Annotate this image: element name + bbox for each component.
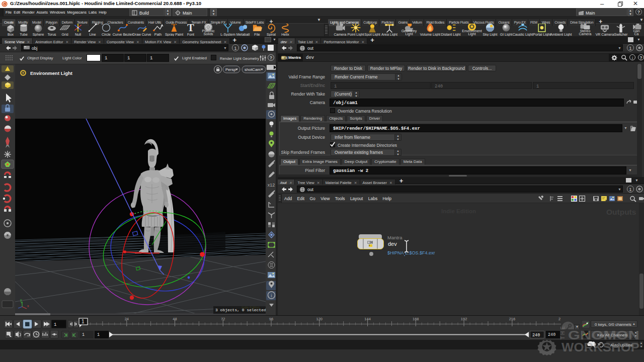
- svg-text:x12: x12: [268, 183, 275, 188]
- svg-text:Sphere: Sphere: [33, 33, 44, 37]
- svg-text:Box: Box: [8, 33, 14, 36]
- svg-text:192: 192: [461, 317, 467, 321]
- svg-text:Solids: Solids: [203, 32, 213, 36]
- svg-text:i: i: [271, 293, 272, 298]
- svg-text:Switcher: Switcher: [614, 33, 628, 36]
- svg-text:Tube: Tube: [20, 33, 28, 36]
- svg-text:WORKSHOP: WORKSHOP: [561, 341, 639, 354]
- svg-text:216: 216: [509, 317, 516, 321]
- svg-text:Font: Font: [187, 33, 194, 36]
- svg-text:96: 96: [269, 317, 273, 321]
- svg-text:Circle: Circle: [102, 33, 111, 36]
- svg-text:Grid: Grid: [61, 33, 68, 36]
- svg-text:3 objects, 0 selected: 3 objects, 0 selected: [215, 308, 266, 312]
- svg-text:shotCam: shotCam: [245, 67, 261, 72]
- svg-text:Area Light: Area Light: [381, 33, 397, 37]
- svg-text:Ca: Ca: [634, 32, 639, 36]
- svg-text:Sky Light: Sky Light: [483, 33, 498, 37]
- svg-text:Helix: Helix: [281, 33, 289, 36]
- svg-text:24: 24: [125, 317, 129, 321]
- svg-text:48: 48: [173, 317, 177, 321]
- svg-text:Volume Light: Volume Light: [420, 33, 441, 37]
- svg-text:GI Light: GI Light: [500, 33, 513, 37]
- svg-text:Camera: Camera: [579, 32, 592, 36]
- svg-text:1: 1: [82, 319, 85, 324]
- svg-text:168: 168: [413, 317, 419, 321]
- svg-text:Light: Light: [468, 32, 475, 36]
- svg-text:File: File: [254, 33, 260, 36]
- svg-text:Torus: Torus: [47, 33, 56, 36]
- svg-text:y: y: [20, 298, 22, 302]
- svg-text:x: x: [27, 304, 29, 308]
- svg-text:120: 120: [316, 317, 323, 321]
- svg-text:VR Camera: VR Camera: [596, 33, 614, 36]
- svg-text:Spray Paint: Spray Paint: [165, 33, 183, 37]
- svg-text:Caustic Light: Caustic Light: [513, 33, 533, 37]
- svg-text:Portal Light: Portal Light: [533, 33, 550, 37]
- svg-text:Line: Line: [89, 33, 96, 36]
- svg-text:Light: Light: [405, 32, 413, 36]
- svg-text:Path: Path: [154, 33, 162, 36]
- svg-text:THE: THE: [560, 326, 566, 339]
- svg-text:Curve Bezier: Curve Bezier: [113, 33, 133, 36]
- svg-text:Point Light: Point Light: [347, 33, 364, 37]
- svg-text:72: 72: [221, 317, 225, 321]
- svg-text:Spiral: Spiral: [267, 33, 276, 37]
- svg-text:GNOMON: GNOMON: [568, 329, 639, 342]
- svg-text:Persp: Persp: [225, 67, 236, 72]
- svg-text:Metaball: Metaball: [236, 33, 250, 36]
- svg-text:Camera: Camera: [334, 33, 347, 36]
- svg-text:Distant Light: Distant Light: [441, 33, 461, 37]
- svg-text:144: 144: [364, 317, 371, 321]
- svg-text:Environment Light: Environment Light: [30, 70, 73, 76]
- svg-text:Null: Null: [75, 33, 82, 36]
- svg-text:Spot Light: Spot Light: [364, 33, 380, 37]
- svg-text:L-System: L-System: [220, 33, 235, 37]
- svg-text:Draw Curve: Draw Curve: [133, 33, 151, 36]
- svg-text:Ambient Light: Ambient Light: [550, 33, 572, 37]
